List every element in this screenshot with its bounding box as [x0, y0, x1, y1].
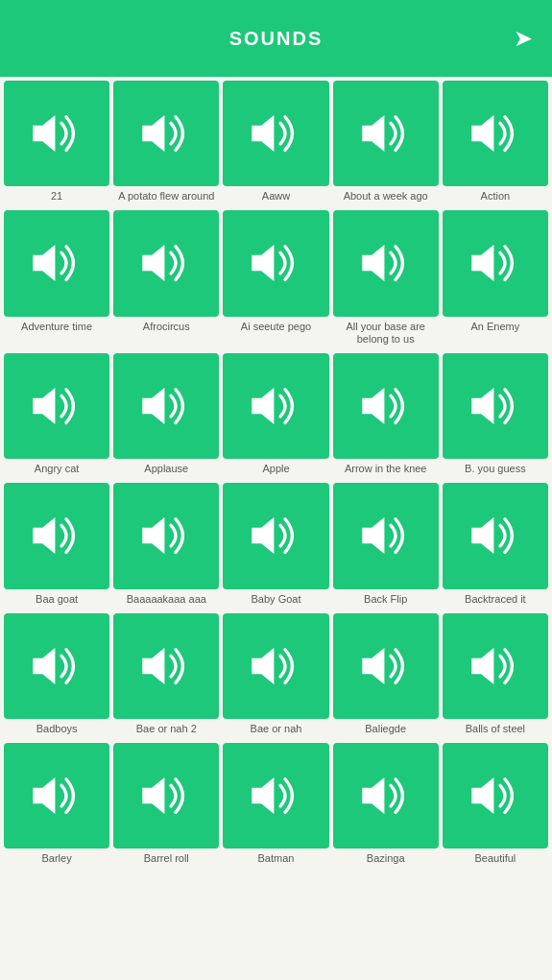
sound-item[interactable]: Arrow in the knee [333, 353, 439, 479]
sound-tile [113, 613, 219, 719]
sound-tile [443, 613, 548, 719]
sound-item[interactable]: Baa goat [4, 483, 109, 609]
sounds-grid: 21 A potato flew around Aaww About a wee… [0, 77, 552, 873]
sound-item[interactable]: Barrel roll [113, 743, 219, 869]
sound-label: Bae or nah 2 [134, 723, 199, 735]
sound-item[interactable]: B. you guess [443, 353, 548, 479]
sound-tile [443, 210, 548, 316]
sound-item[interactable]: Beautiful [443, 743, 548, 869]
sound-tile [4, 353, 109, 459]
sound-item[interactable]: Baliegde [333, 613, 439, 739]
sound-tile [223, 743, 328, 849]
sound-tile [4, 743, 109, 849]
sound-item[interactable]: Baby Goat [223, 483, 328, 609]
sound-item[interactable]: Ai seeute pego [223, 210, 328, 349]
sound-item[interactable]: Bazinga [333, 743, 439, 869]
sound-tile [443, 483, 548, 588]
sound-label: Baby Goat [250, 593, 303, 606]
sound-tile [333, 81, 439, 186]
sound-tile [333, 483, 439, 588]
sound-tile [223, 613, 328, 719]
sound-tile [113, 210, 219, 316]
sound-label: 21 [49, 190, 64, 203]
sound-tile [113, 353, 219, 459]
sound-item[interactable]: Backtraced it [443, 483, 548, 609]
sound-label: Bazinga [365, 852, 407, 865]
sound-tile [333, 743, 439, 849]
sound-label: Action [479, 190, 513, 203]
sound-item[interactable]: Batman [223, 743, 328, 869]
sound-label: An Enemy [469, 321, 522, 333]
sound-label: B. you guess [463, 463, 528, 475]
sound-label: Applause [142, 463, 190, 475]
sound-item[interactable]: Adventure time [4, 210, 109, 349]
share-icon[interactable]: ➤ [514, 25, 533, 52]
sound-tile [223, 210, 328, 316]
sound-label: Apple [260, 463, 291, 475]
sound-item[interactable]: Apple [223, 353, 328, 479]
sound-label: Arrow in the knee [343, 463, 429, 475]
sound-tile [4, 613, 109, 719]
sound-label: A potato flew around [116, 190, 216, 203]
sound-item[interactable]: Bae or nah 2 [113, 613, 219, 739]
sound-tile [223, 483, 328, 588]
sound-tile [223, 81, 328, 186]
sound-item[interactable]: All your base are belong to us [333, 210, 439, 349]
sound-item[interactable]: Action [443, 81, 548, 206]
sound-item[interactable]: 21 [4, 81, 109, 206]
sound-label: About a week ago [342, 190, 430, 203]
sound-label: Baa goat [34, 593, 80, 606]
sound-item[interactable]: Applause [113, 353, 219, 479]
sound-label: Baaaaakaaa aaa [125, 593, 208, 606]
sound-item[interactable]: Afrocircus [113, 210, 219, 349]
sound-item[interactable]: Aaww [223, 81, 328, 206]
sound-label: Balls of steel [464, 723, 527, 735]
sound-label: Baliegde [363, 723, 408, 735]
sound-tile [223, 353, 328, 459]
app-header: SOUNDS ➤ [0, 0, 552, 77]
sound-label: All your base are belong to us [333, 321, 439, 346]
sound-item[interactable]: An Enemy [443, 210, 548, 349]
sound-tile [113, 81, 219, 186]
sound-item[interactable]: About a week ago [333, 81, 439, 206]
sound-label: Badboys [35, 723, 80, 735]
sound-tile [333, 613, 439, 719]
sound-item[interactable]: Barley [4, 743, 109, 869]
sound-label: Back Flip [362, 593, 409, 606]
sound-tile [113, 483, 219, 588]
sound-tile [443, 743, 548, 849]
sound-tile [4, 483, 109, 588]
sound-label: Barrel roll [142, 852, 191, 865]
page-title: SOUNDS [229, 28, 324, 50]
sound-item[interactable]: Balls of steel [443, 613, 548, 739]
sound-tile [443, 81, 548, 186]
sound-item[interactable]: Baaaaakaaa aaa [113, 483, 219, 609]
sound-item[interactable]: Badboys [4, 613, 109, 739]
sound-tile [113, 743, 219, 849]
sound-label: Backtraced it [463, 593, 528, 606]
sound-tile [333, 353, 439, 459]
sound-label: Barley [40, 852, 74, 865]
sound-tile [4, 210, 109, 316]
sound-label: Ai seeute pego [239, 321, 313, 333]
sound-label: Bae or nah [249, 723, 304, 735]
sound-label: Angry cat [33, 463, 81, 475]
sound-label: Adventure time [19, 321, 94, 333]
sound-item[interactable]: A potato flew around [113, 81, 219, 206]
sound-item[interactable]: Bae or nah [223, 613, 328, 739]
sound-tile [333, 210, 439, 316]
sound-label: Beautiful [472, 852, 517, 865]
sound-tile [443, 353, 548, 459]
sound-tile [4, 81, 109, 186]
sound-label: Afrocircus [141, 321, 192, 333]
sound-item[interactable]: Back Flip [333, 483, 439, 609]
sound-label: Aaww [260, 190, 292, 203]
sound-item[interactable]: Angry cat [4, 353, 109, 479]
sound-label: Batman [256, 852, 297, 865]
